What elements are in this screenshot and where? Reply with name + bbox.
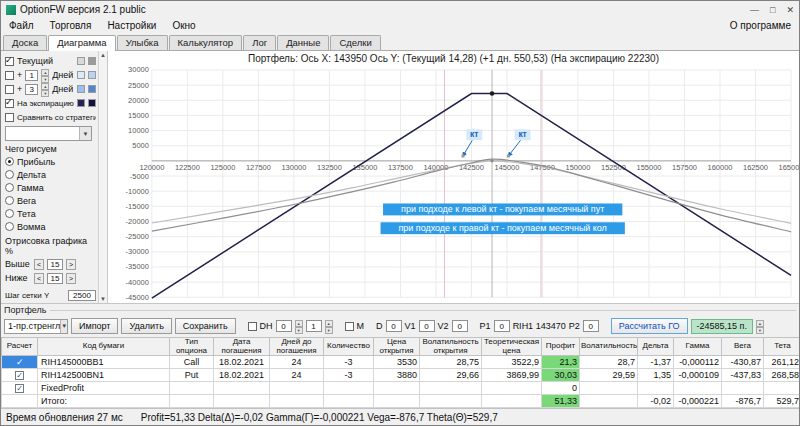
p1-input[interactable]: 0 xyxy=(494,320,510,332)
import-button[interactable]: Импорт xyxy=(71,318,118,334)
row-calc-checkbox[interactable]: ✓ xyxy=(15,357,24,366)
dh-checkbox[interactable] xyxy=(248,322,257,331)
above-decrease-button[interactable]: < xyxy=(34,259,44,270)
radio-vega[interactable] xyxy=(5,196,14,205)
col-header-days-to-expiry[interactable]: Дней до погашения xyxy=(270,338,324,356)
col-header-profit[interactable]: Профит xyxy=(542,338,580,356)
v1-input[interactable]: 0 xyxy=(419,320,435,332)
col-header-theta[interactable]: Тета xyxy=(764,338,800,356)
row-select-cell[interactable]: ✓ xyxy=(2,369,38,382)
sidebar-scrollbar[interactable]: ▲ ▼ xyxy=(98,51,107,303)
draw-group-title: Чего рисуем xyxy=(5,144,96,154)
col-header-theo-price[interactable]: Теоретическая цена xyxy=(482,338,542,356)
plus1-days-spinner[interactable]: ▴▾ xyxy=(41,69,49,81)
scroll-up-icon[interactable]: ▲ xyxy=(100,52,106,58)
tab-board[interactable]: Доска xyxy=(3,35,47,50)
compare-strategy-select[interactable]: ▼ xyxy=(5,126,92,141)
col-header-expiry-date[interactable]: Дата погашения xyxy=(214,338,270,356)
radio-vomma[interactable] xyxy=(5,222,14,231)
dh-value2-spinner[interactable]: ▴▾ xyxy=(325,320,333,332)
render-group-title: Отрисовка графика % xyxy=(5,236,96,256)
plus1-checkbox[interactable] xyxy=(5,71,14,80)
menu-item-file[interactable]: Файл xyxy=(1,20,42,31)
col-header-vega[interactable]: Вега xyxy=(722,338,764,356)
calc-go-button[interactable]: Рассчитать ГО xyxy=(611,318,688,334)
plus3-color-swatch-1[interactable] xyxy=(77,85,85,93)
svg-text:130000: 130000 xyxy=(281,163,306,172)
tab-data[interactable]: Данные xyxy=(277,35,329,50)
row-calc-checkbox[interactable]: ✓ xyxy=(15,384,24,393)
current-checkbox[interactable] xyxy=(5,57,14,66)
m-checkbox[interactable] xyxy=(345,322,354,331)
cell-theta: 529,7 xyxy=(764,395,800,408)
plus1-color-swatch-1[interactable] xyxy=(77,71,85,79)
plus1-days-input[interactable]: 1 xyxy=(25,70,38,81)
above-value-input[interactable]: 15 xyxy=(47,259,63,270)
below-increase-button[interactable]: > xyxy=(66,273,76,284)
col-header-delta[interactable]: Дельта xyxy=(638,338,674,356)
expiration-color-swatch-1[interactable] xyxy=(77,99,85,107)
tab-log[interactable]: Лог xyxy=(243,35,276,50)
tab-calculator[interactable]: Калькулятор xyxy=(169,35,243,50)
col-header-type[interactable]: Тип опциона xyxy=(170,338,214,356)
menu-item-window[interactable]: Окно xyxy=(164,20,203,31)
col-header-code[interactable]: Код бумаги xyxy=(38,338,170,356)
expiration-color-swatch-2[interactable] xyxy=(88,99,96,107)
col-header-open-price[interactable]: Цена открытия xyxy=(374,338,420,356)
minimize-button[interactable]: — xyxy=(750,5,759,15)
maximize-button[interactable]: □ xyxy=(770,5,775,15)
scroll-down-icon[interactable]: ▼ xyxy=(100,296,106,302)
tab-diagram[interactable]: Диаграмма xyxy=(48,35,115,51)
dh-value2-input[interactable]: 1 xyxy=(306,320,322,332)
save-button[interactable]: Сохранить xyxy=(175,318,236,334)
portfolio-end-spinner[interactable]: ▴▾ xyxy=(756,320,764,332)
plus3-days-label: Дней xyxy=(52,84,73,94)
dh-label: DH xyxy=(260,321,273,331)
current-color-swatch-2[interactable] xyxy=(88,57,96,65)
close-button[interactable]: ✕ xyxy=(786,5,794,15)
radio-delta[interactable] xyxy=(5,170,14,179)
v2-input[interactable]: 0 xyxy=(452,320,468,332)
p2-input[interactable]: 0 xyxy=(583,320,599,332)
row-calc-checkbox[interactable]: ✓ xyxy=(15,371,24,380)
col-header-calc[interactable]: Расчет xyxy=(2,338,38,356)
menu-item-trading[interactable]: Торговля xyxy=(42,20,100,31)
menu-item-about[interactable]: О программе xyxy=(722,20,799,31)
col-header-volatility[interactable]: Волатильность xyxy=(580,338,638,356)
plus1-color-swatch-2[interactable] xyxy=(88,71,96,79)
row-select-cell[interactable]: ✓ xyxy=(2,382,38,395)
menu-item-settings[interactable]: Настройки xyxy=(99,20,164,31)
row-select-cell[interactable] xyxy=(2,395,38,408)
tab-smile[interactable]: Улыбка xyxy=(117,35,168,50)
row-select-cell[interactable]: ✓ xyxy=(2,356,38,369)
strategy-select[interactable]: 1-пр.стренгл ▼ xyxy=(4,319,68,334)
col-header-quantity[interactable]: Количество xyxy=(324,338,374,356)
plus3-days-input[interactable]: 3 xyxy=(25,84,38,95)
d-input[interactable]: 0 xyxy=(386,320,402,332)
radio-theta[interactable] xyxy=(5,209,14,218)
svg-text:145000: 145000 xyxy=(494,163,519,172)
delete-button[interactable]: Удалить xyxy=(121,318,171,334)
radio-profit[interactable] xyxy=(5,157,14,166)
col-header-open-volatility[interactable]: Волатильность открытия xyxy=(420,338,482,356)
expiration-checkbox[interactable] xyxy=(5,99,14,108)
cell-days-to-expiry xyxy=(270,395,324,408)
payoff-chart[interactable]: -45000-40000-35000-30000-25000-20000-150… xyxy=(108,65,799,303)
plus3-days-spinner[interactable]: ▴▾ xyxy=(41,83,49,95)
radio-gamma[interactable] xyxy=(5,183,14,192)
dh-value1-spinner[interactable]: ▴▾ xyxy=(295,320,303,332)
go-result: -24585,15 п. xyxy=(691,319,753,334)
current-color-swatch-1[interactable] xyxy=(77,57,85,65)
cell-open-volatility xyxy=(420,395,482,408)
dh-value1-input[interactable]: 0 xyxy=(276,320,292,332)
compare-strategy-checkbox[interactable] xyxy=(5,113,14,122)
tab-trades[interactable]: Сделки xyxy=(330,35,380,50)
below-decrease-button[interactable]: < xyxy=(34,273,44,284)
grid-step-input[interactable]: 2500 xyxy=(68,290,96,301)
below-value-input[interactable]: 15 xyxy=(47,273,63,284)
cell-type: Put xyxy=(170,369,214,382)
plus3-checkbox[interactable] xyxy=(5,85,14,94)
plus3-color-swatch-2[interactable] xyxy=(88,85,96,93)
above-increase-button[interactable]: > xyxy=(66,259,76,270)
col-header-gamma[interactable]: Гамма xyxy=(674,338,722,356)
